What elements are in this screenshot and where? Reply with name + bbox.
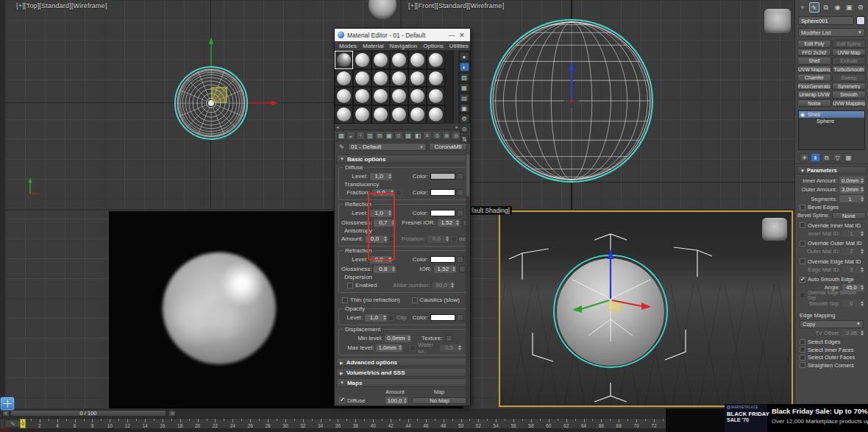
rollout-parameters[interactable]: ▼ Parameters — [797, 166, 867, 174]
perspective-scene[interactable] — [500, 212, 793, 407]
side-toolbar-icon[interactable]: ▤ — [460, 93, 469, 102]
parameter-spinner[interactable]: 3,0mm — [839, 186, 864, 194]
stack-toolbar-icon[interactable]: ▽ — [833, 153, 842, 162]
sample-scrollbar[interactable] — [453, 51, 458, 124]
mat-id-spinner[interactable]: 3 — [842, 266, 864, 273]
toolbar-icon[interactable]: ▣ — [385, 131, 394, 140]
side-toolbar-icon[interactable]: ● — [460, 52, 469, 61]
modifier-button[interactable]: FloorGenerator — [797, 82, 831, 91]
thin-checkbox[interactable] — [342, 297, 348, 303]
menu-item[interactable]: Modes — [339, 43, 357, 49]
clip-checkbox[interactable] — [388, 315, 394, 321]
material-sample-slot[interactable] — [390, 105, 408, 124]
toolbar-icon[interactable]: ◧ — [413, 131, 422, 140]
side-toolbar-icon[interactable]: ⇅ — [460, 135, 469, 144]
material-sample-slot[interactable] — [335, 105, 353, 124]
material-editor-scrollbar[interactable] — [466, 152, 470, 406]
modifier-stack-row[interactable]: ◉ Sphere — [799, 118, 864, 124]
translucency-color-swatch[interactable] — [430, 189, 455, 196]
rollout-volumetrics[interactable]: ▶ Volumetrics and SSS — [336, 368, 469, 377]
select-checkbox[interactable] — [800, 362, 805, 368]
ior-map-button[interactable] — [459, 266, 466, 272]
side-toolbar-icon[interactable]: ▦ — [460, 83, 469, 92]
override-checkbox[interactable] — [800, 258, 805, 264]
mat-id-spinner[interactable]: 2 — [842, 248, 864, 255]
next-frame-button[interactable]: > — [168, 410, 176, 417]
stack-toolbar-icon[interactable]: ‖ — [811, 153, 820, 162]
reflection-color-swatch[interactable] — [430, 210, 455, 216]
menu-item[interactable]: Material — [363, 43, 383, 49]
diffuse-map-button[interactable] — [457, 173, 463, 180]
time-marker[interactable]: 0 — [20, 419, 26, 428]
top-view-wireframe-sphere[interactable] — [143, 33, 279, 173]
reflection-map-button[interactable] — [457, 210, 463, 216]
material-sample-slot[interactable] — [353, 105, 371, 124]
material-sample-slot[interactable] — [371, 105, 390, 124]
diffuse-color-swatch[interactable] — [430, 173, 455, 180]
viewcube-front-icon[interactable] — [764, 9, 791, 33]
smooth-grp-spinner[interactable]: 0 — [842, 300, 864, 307]
front-view-wireframe-sphere[interactable] — [487, 16, 656, 185]
command-panel-tab-icon[interactable]: ⧉ — [821, 2, 831, 13]
rotation-map-checkbox[interactable] — [451, 236, 457, 242]
edge-mapping-dropdown[interactable]: Copy ▼ — [800, 320, 864, 328]
material-name-dropdown[interactable]: 01 - Default ▼ — [348, 143, 427, 151]
viewport-layout-tabs-button[interactable] — [0, 397, 15, 411]
time-slider[interactable]: 0 / 100 — [10, 410, 166, 417]
command-panel-tab-icon[interactable]: ✎ — [809, 2, 819, 13]
sample-slot-grid[interactable] — [335, 51, 445, 124]
material-sample-slot[interactable] — [408, 51, 427, 69]
toolbar-icon[interactable]: ¹ — [356, 131, 365, 140]
side-toolbar-icon[interactable]: ▨ — [460, 73, 469, 82]
modifier-button[interactable]: FFD 2x2x2 — [797, 49, 831, 57]
toolbar-icon[interactable]: ◒ — [346, 131, 355, 140]
opacity-level-spinner[interactable]: 1,0 — [365, 314, 387, 322]
tv-offset-spinner[interactable]: 0,05 — [842, 329, 864, 336]
material-sample-slot[interactable] — [390, 87, 408, 105]
refraction-map-button[interactable] — [457, 256, 463, 263]
object-color-swatch[interactable] — [856, 16, 865, 25]
side-toolbar-icon[interactable]: ▣ — [460, 104, 469, 113]
map-amount-spinner[interactable]: 100,0 — [385, 406, 408, 406]
toolbar-icon[interactable]: ▩ — [337, 131, 346, 140]
min-level-spinner[interactable]: 0,0mm — [385, 335, 411, 342]
modifier-button[interactable]: UVW Map — [832, 49, 866, 57]
bevel-edges-checkbox[interactable] — [800, 205, 805, 210]
minimize-button[interactable]: — — [447, 32, 457, 39]
viewcube-perspective-icon[interactable] — [762, 218, 787, 241]
max-level-spinner[interactable]: 1,0mm — [376, 344, 402, 352]
modifier-button[interactable]: Chamfer — [797, 74, 831, 82]
modifier-button[interactable]: Symmetry — [832, 82, 866, 91]
material-sample-slot[interactable] — [353, 51, 371, 69]
map-slot-button[interactable]: No Map — [412, 397, 467, 404]
select-checkbox[interactable] — [800, 339, 805, 345]
material-sample-slot[interactable] — [408, 69, 427, 88]
rollout-advanced-options[interactable]: ▶ Advanced options — [336, 358, 469, 367]
modifier-button[interactable]: Extrude — [832, 57, 866, 65]
material-sample-slot[interactable] — [371, 51, 390, 69]
material-sample-slot[interactable] — [427, 51, 445, 69]
material-sample-slot[interactable] — [427, 69, 445, 88]
toolbar-icon[interactable]: ≡ — [423, 131, 432, 140]
modifier-button[interactable]: Edit Spline — [832, 40, 866, 48]
map-slot-button[interactable]: No Map — [412, 406, 467, 407]
side-toolbar-icon[interactable]: ⚙ — [460, 114, 469, 123]
material-sample-slot[interactable] — [427, 87, 445, 105]
refraction-color-swatch[interactable] — [430, 256, 455, 263]
angle-spinner[interactable]: 45,0 — [842, 284, 864, 291]
side-toolbar-icon[interactable]: ⊙ — [460, 124, 469, 133]
modifier-button[interactable]: TurboSmooth — [832, 65, 866, 74]
menu-item[interactable]: Utilities — [449, 43, 469, 49]
toolbar-icon[interactable]: ⧉ — [375, 131, 384, 140]
modifier-stack-row[interactable]: ◉ Shell — [799, 111, 864, 118]
select-checkbox[interactable] — [800, 355, 805, 361]
override-smooth-checkbox[interactable] — [800, 292, 805, 298]
fresnel-ior-spinner[interactable]: 1,52 — [438, 219, 460, 227]
toolbar-icon[interactable]: ⊙ — [433, 131, 441, 140]
refraction-ior-spinner[interactable]: 1,52 — [434, 266, 456, 273]
menu-item[interactable]: Navigation — [389, 43, 417, 49]
auto-smooth-checkbox[interactable] — [800, 277, 805, 283]
modifier-button[interactable]: Sweep — [832, 74, 866, 82]
pick-material-icon[interactable]: ✎ — [338, 144, 346, 151]
viewport-perspective[interactable] — [499, 210, 793, 407]
